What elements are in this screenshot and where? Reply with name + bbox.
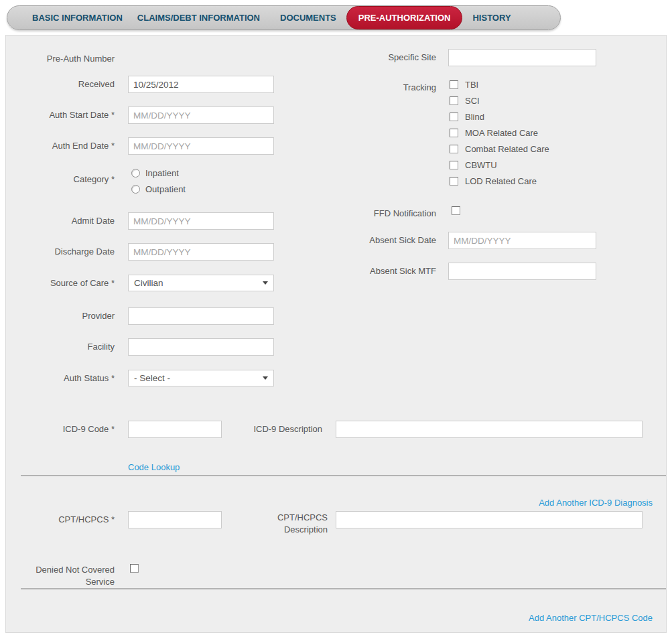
auth-start-date-label: Auth Start Date * [14,110,115,121]
tracking-blind-checkbox[interactable] [450,113,458,121]
add-cpt-hcpcs-code-link[interactable]: Add Another CPT/HCPCS Code [529,613,653,623]
denied-not-covered-service-label: Denied Not Covered Service [14,564,115,588]
category-outpatient-radio[interactable] [131,185,140,194]
tracking-sci-checkbox[interactable] [450,96,458,105]
tracking-moa-related-care-label: MOA Related Care [465,128,538,138]
cpt-hcpcs-description-input[interactable] [336,511,643,528]
ffd-notification-label: FFD Notification [336,208,436,219]
tracking-combat-related-care-checkbox[interactable] [450,145,458,153]
chevron-down-icon [263,376,268,380]
category-inpatient-label: Inpatient [145,168,179,178]
tab-claims-debt-information[interactable]: CLAIMS/DEBT INFORMATION [130,6,267,29]
auth-end-date-label: Auth End Date * [14,141,115,151]
absent-sick-mtf-label: Absent Sick MTF [336,266,436,277]
tab-documents[interactable]: DOCUMENTS [273,6,344,29]
admit-date-input[interactable] [128,212,274,230]
auth-status-label: Auth Status * [14,373,115,384]
tracking-lod-related-care-checkbox[interactable] [450,177,458,186]
tab-basic-information[interactable]: BASIC INFORMATION [25,6,130,29]
admit-date-label: Admit Date [14,216,115,226]
cpt-hcpcs-description-label: CPT/HCPCS Description [222,512,328,536]
facility-input[interactable] [128,338,274,356]
section-divider [21,475,666,476]
discharge-date-input[interactable] [128,243,274,261]
icd9-code-label: ICD-9 Code * [14,424,115,435]
tracking-moa-related-care-checkbox[interactable] [450,129,458,137]
pre-authorization-page: BASIC INFORMATION CLAIMS/DEBT INFORMATIO… [0,0,672,641]
icd9-description-input[interactable] [336,421,643,438]
cpt-hcpcs-label: CPT/HCPCS * [14,514,115,525]
pre-auth-number-label: Pre-Auth Number [14,54,115,64]
cpt-hcpcs-description-label-line2: Description [222,524,328,536]
provider-input[interactable] [128,307,274,325]
provider-label: Provider [14,311,115,322]
add-icd9-diagnosis-link[interactable]: Add Another ICD-9 Diagnosis [539,498,653,508]
tracking-blind-label: Blind [465,112,484,122]
auth-start-date-input[interactable] [128,106,274,124]
auth-end-date-input[interactable] [128,137,274,155]
tracking-lod-related-care-label: LOD Related Care [465,176,537,186]
absent-sick-date-label: Absent Sick Date [336,235,436,246]
auth-status-select[interactable]: - Select - [128,370,274,386]
discharge-date-label: Discharge Date [14,246,115,257]
auth-status-value: - Select - [134,373,170,383]
facility-label: Facility [14,342,115,352]
tracking-tbi-checkbox[interactable] [450,80,458,89]
pre-authorization-form: Pre-Auth Number Received Auth Start Date… [5,35,667,633]
category-label: Category * [14,174,115,185]
tracking-sci-label: SCI [465,96,480,106]
source-of-care-select[interactable]: Civilian [128,275,274,291]
tracking-label: Tracking [336,82,436,93]
chevron-down-icon [263,281,268,285]
tracking-combat-related-care-label: Combat Related Care [465,144,549,154]
tab-history[interactable]: HISTORY [465,6,518,29]
absent-sick-mtf-input[interactable] [448,263,596,280]
cpt-hcpcs-description-label-line1: CPT/HCPCS [222,512,328,524]
tracking-cbwtu-label: CBWTU [465,160,497,170]
tracking-cbwtu-checkbox[interactable] [450,161,458,169]
category-outpatient-label: Outpatient [145,184,186,194]
section-divider [21,588,666,589]
source-of-care-label: Source of Care * [14,278,115,289]
icd9-description-label: ICD-9 Description [222,424,322,435]
source-of-care-value: Civilian [134,278,163,288]
category-inpatient-radio[interactable] [131,169,140,177]
denied-label-line2: Service [14,576,115,588]
specific-site-label: Specific Site [336,52,436,63]
denied-not-covered-service-checkbox[interactable] [130,564,139,573]
tab-bar: BASIC INFORMATION CLAIMS/DEBT INFORMATIO… [7,5,561,30]
tracking-tbi-label: TBI [465,80,478,90]
icd9-code-input[interactable] [128,421,222,438]
denied-label-line1: Denied Not Covered [14,564,115,576]
code-lookup-link[interactable]: Code Lookup [128,462,180,472]
specific-site-input[interactable] [448,49,596,66]
cpt-hcpcs-input[interactable] [128,511,222,528]
received-input[interactable] [128,76,274,93]
tab-pre-authorization[interactable]: PRE-AUTHORIZATION [346,6,463,29]
absent-sick-date-input[interactable] [448,232,596,249]
ffd-notification-checkbox[interactable] [452,206,460,215]
received-label: Received [14,79,115,90]
